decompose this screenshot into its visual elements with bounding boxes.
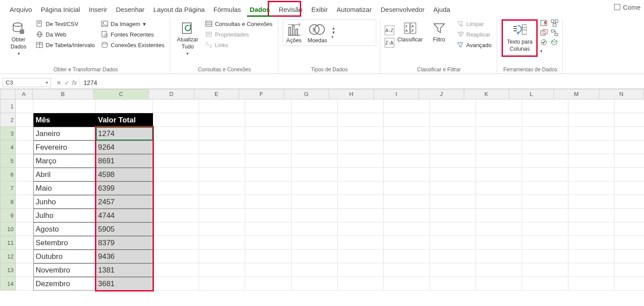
select-all-corner[interactable] [0,89,15,100]
cell-K10[interactable] [476,222,522,236]
cell-N5[interactable] [615,154,644,168]
cell-F13[interactable] [245,263,291,277]
cell-I3[interactable] [384,127,430,140]
links-button[interactable]: Links [204,41,274,49]
cell-J6[interactable] [430,168,476,181]
cell-A8[interactable] [16,195,33,209]
cell-I13[interactable] [384,263,430,277]
cell-M5[interactable] [568,154,615,168]
fontes-recentes-button[interactable]: Fontes Recentes [99,30,166,39]
tab-dados[interactable]: Dados [245,4,274,17]
tab-arquivo[interactable]: Arquivo [5,4,36,17]
cell-E3[interactable] [199,127,245,140]
cell-B14[interactable]: Dezembro [33,277,96,291]
cell-B8[interactable]: Junho [33,195,96,209]
cell-D11[interactable] [153,236,199,250]
cell-F4[interactable] [245,140,291,154]
row-header-14[interactable]: 14 [0,277,16,291]
cell-E6[interactable] [199,168,245,181]
cell-K13[interactable] [476,263,522,277]
formula-input[interactable]: 1274 [80,78,644,87]
cell-D2[interactable] [153,113,199,127]
cell-F11[interactable] [245,236,291,250]
cell-B11[interactable]: Setembro [33,236,96,250]
cell-J9[interactable] [430,209,476,222]
col-header-F[interactable]: F [239,89,284,100]
cancel-formula-icon[interactable]: ✕ [56,79,62,86]
cell-H7[interactable] [338,181,384,195]
col-header-N[interactable]: N [599,89,644,100]
limpar-button[interactable]: Limpar [455,19,494,28]
cell-D1[interactable] [153,100,199,113]
cell-J2[interactable] [430,113,476,127]
conexoes-existentes-button[interactable]: Conexões Existentes [99,41,166,49]
cell-L10[interactable] [522,222,568,236]
texto-para-colunas-button[interactable]: Texto para Colunas [504,22,535,55]
cell-L11[interactable] [522,236,568,250]
cell-G10[interactable] [291,222,338,236]
cell-N12[interactable] [615,250,644,263]
cell-G8[interactable] [291,195,338,209]
cell-J11[interactable] [430,236,476,250]
cell-C14[interactable]: 3681 [96,277,153,291]
cell-A7[interactable] [16,181,33,195]
cell-H3[interactable] [338,127,384,140]
cell-G1[interactable] [291,100,338,113]
cell-H10[interactable] [338,222,384,236]
col-header-H[interactable]: H [329,89,374,100]
filtro-button[interactable]: Filtro [426,19,452,45]
tab-desenvolvedor[interactable]: Desenvolvedor [376,4,429,17]
cell-G7[interactable] [291,181,338,195]
col-header-I[interactable]: I [374,89,419,100]
cell-C5[interactable]: 8691 [96,154,153,168]
cell-E13[interactable] [199,263,245,277]
tab-p-gina-inicial[interactable]: Página Inicial [36,4,84,17]
cell-A12[interactable] [16,250,33,263]
cell-F9[interactable] [245,209,291,222]
col-header-E[interactable]: E [194,89,239,100]
cell-N6[interactable] [615,168,644,181]
cell-N11[interactable] [615,236,644,250]
col-header-G[interactable]: G [284,89,329,100]
cell-J7[interactable] [430,181,476,195]
cell-A11[interactable] [16,236,33,250]
cell-L7[interactable] [522,181,568,195]
comments-button[interactable]: Come [614,4,640,11]
tab-inserir[interactable]: Inserir [84,4,112,17]
cell-K12[interactable] [476,250,522,263]
cell-C11[interactable]: 8379 [96,236,153,250]
cell-E1[interactable] [199,100,245,113]
da-imagem-button[interactable]: Da Imagem ▾ [99,19,166,28]
cell-B4[interactable]: Fevereiro [33,140,96,154]
cell-L12[interactable] [522,250,568,263]
cell-L14[interactable] [522,277,568,291]
cell-N13[interactable] [615,263,644,277]
cell-F10[interactable] [245,222,291,236]
cell-M4[interactable] [568,140,615,154]
cell-N3[interactable] [615,127,644,140]
name-box[interactable]: C3▾ [3,78,51,87]
de-tabela-button[interactable]: De Tabela/Intervalo [34,41,97,49]
cell-E9[interactable] [199,209,245,222]
cell-G3[interactable] [291,127,338,140]
cell-G9[interactable] [291,209,338,222]
cell-A6[interactable] [16,168,33,181]
cell-I14[interactable] [384,277,430,291]
cell-E12[interactable] [199,250,245,263]
sort-asc-button[interactable]: A↓Z [385,26,394,35]
cell-L5[interactable] [522,154,568,168]
row-header-11[interactable]: 11 [0,236,16,250]
row-header-9[interactable]: 9 [0,209,16,222]
cell-B2[interactable]: Mês [33,113,96,127]
cell-L8[interactable] [522,195,568,209]
cell-K1[interactable] [476,100,522,113]
cell-D4[interactable] [153,140,199,154]
col-header-C[interactable]: C [94,89,149,100]
cell-I6[interactable] [384,168,430,181]
relationships-icon[interactable] [551,29,559,37]
cell-D8[interactable] [153,195,199,209]
cell-C13[interactable]: 1381 [96,263,153,277]
enter-formula-icon[interactable]: ✓ [64,79,69,86]
cell-M14[interactable] [568,277,615,291]
tab-revis-o[interactable]: Revisão [274,4,307,17]
